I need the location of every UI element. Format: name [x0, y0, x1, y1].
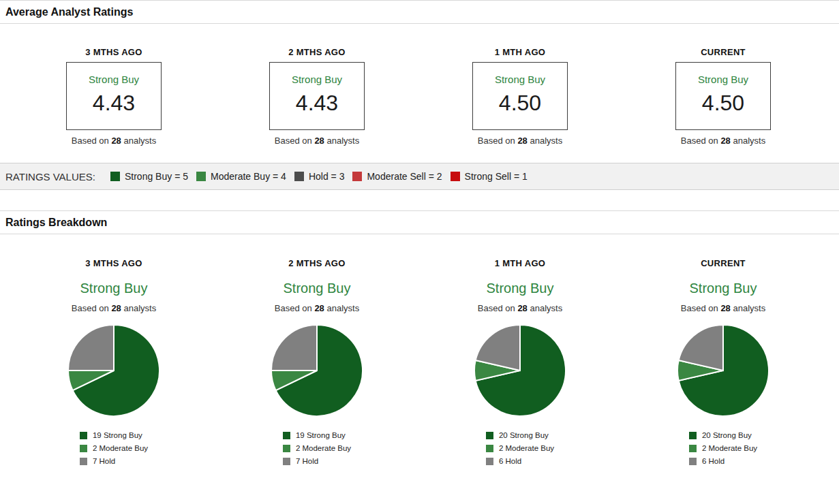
analyst-count: 28 [517, 136, 527, 146]
strong-sell-swatch [451, 172, 460, 181]
moderate-buy-swatch [689, 445, 697, 452]
rating-score-box: Strong Buy 4.50 [472, 62, 568, 130]
based-on-text: Based on 28 analysts [418, 303, 622, 314]
strong-buy-swatch [283, 432, 290, 439]
pie-legend: 20 Strong Buy 2 Moderate Buy 6 Hold [486, 431, 554, 470]
pie-legend-item-strong-buy: 19 Strong Buy [283, 431, 351, 439]
legend-item-moderate-sell: Moderate Sell = 2 [352, 171, 442, 182]
period-label: 1 MTH AGO [418, 258, 622, 269]
average-ratings-section-title: Average Analyst Ratings [0, 0, 839, 24]
moderate-buy-swatch [196, 172, 206, 181]
based-on-text: Based on 28 analysts [418, 136, 622, 146]
based-on-text: Based on 28 analysts [622, 136, 825, 146]
based-on-text: Based on 28 analysts [622, 303, 825, 314]
pie-legend-item-moderate-buy: 2 Moderate Buy [80, 444, 148, 452]
rating-text: Strong Buy [67, 74, 161, 85]
legend-item-hold: Hold = 3 [294, 171, 345, 182]
analyst-count: 28 [314, 303, 324, 313]
based-on-text: Based on 28 analysts [215, 303, 418, 314]
rating-text: Strong Buy [622, 280, 825, 296]
legend-item-strong-buy: Strong Buy = 5 [110, 171, 188, 182]
based-on-text: Based on 28 analysts [12, 136, 215, 146]
rating-value: 4.43 [67, 91, 161, 115]
analyst-count: 28 [720, 303, 730, 313]
pie-slice [68, 325, 114, 371]
moderate-buy-swatch [80, 445, 87, 452]
pie-slice [271, 325, 317, 371]
rating-value: 4.50 [473, 91, 567, 115]
breakdown-column-3mths: 3 MTHS AGO Strong Buy Based on 28 analys… [12, 258, 215, 470]
moderate-buy-swatch [283, 445, 290, 452]
moderate-sell-swatch [352, 172, 362, 181]
pie-legend-item-hold: 7 Hold [80, 457, 148, 465]
avg-column-2mths: 2 MTHS AGO Strong Buy 4.43 Based on 28 a… [215, 47, 418, 146]
breakdown-column-1mth: 1 MTH AGO Strong Buy Based on 28 analyst… [418, 258, 622, 470]
rating-value: 4.50 [676, 91, 770, 115]
legend-item-moderate-buy: Moderate Buy = 4 [196, 171, 286, 182]
hold-swatch [486, 458, 493, 465]
analyst-count: 28 [111, 303, 121, 313]
period-label: CURRENT [622, 47, 825, 58]
analyst-count: 28 [111, 136, 121, 146]
rating-value: 4.43 [270, 91, 364, 115]
rating-text: Strong Buy [473, 74, 567, 85]
rating-score-box: Strong Buy 4.43 [66, 62, 162, 130]
pie-legend-item-strong-buy: 19 Strong Buy [80, 431, 148, 439]
pie-legend-item-hold: 6 Hold [689, 457, 757, 465]
pie-legend-item-strong-buy: 20 Strong Buy [689, 431, 757, 439]
avg-column-current: CURRENT Strong Buy 4.50 Based on 28 anal… [622, 47, 825, 146]
strong-buy-swatch [80, 432, 87, 439]
hold-swatch [689, 458, 697, 465]
pie-legend: 20 Strong Buy 2 Moderate Buy 6 Hold [689, 431, 757, 470]
hold-swatch [294, 172, 304, 181]
rating-text: Strong Buy [12, 280, 215, 296]
avg-column-3mths: 3 MTHS AGO Strong Buy 4.43 Based on 28 a… [12, 47, 215, 146]
pie-chart [676, 324, 770, 418]
period-label: 1 MTH AGO [418, 47, 622, 58]
based-on-text: Based on 28 analysts [12, 303, 215, 314]
period-label: 3 MTHS AGO [12, 47, 215, 58]
pie-legend: 19 Strong Buy 2 Moderate Buy 7 Hold [283, 431, 351, 470]
ratings-values-label: RATINGS VALUES: [5, 171, 95, 183]
rating-text: Strong Buy [676, 74, 770, 85]
moderate-buy-swatch [486, 445, 493, 452]
strong-buy-swatch [110, 172, 120, 181]
breakdown-column-current: CURRENT Strong Buy Based on 28 analysts … [622, 258, 825, 470]
pie-legend-item-moderate-buy: 2 Moderate Buy [486, 444, 554, 452]
legend-item-strong-sell: Strong Sell = 1 [451, 171, 528, 182]
hold-swatch [80, 458, 87, 465]
analyst-count: 28 [314, 136, 324, 146]
breakdown-column-2mths: 2 MTHS AGO Strong Buy Based on 28 analys… [215, 258, 418, 470]
rating-score-box: Strong Buy 4.43 [269, 62, 365, 130]
period-label: CURRENT [622, 258, 825, 269]
strong-buy-swatch [486, 432, 493, 439]
pie-legend-item-hold: 6 Hold [486, 457, 554, 465]
average-ratings-row: 3 MTHS AGO Strong Buy 4.43 Based on 28 a… [12, 47, 825, 146]
pie-legend-item-strong-buy: 20 Strong Buy [486, 431, 554, 439]
pie-chart [67, 324, 161, 418]
hold-swatch [283, 458, 290, 465]
period-label: 2 MTHS AGO [215, 258, 418, 269]
avg-column-1mth: 1 MTH AGO Strong Buy 4.50 Based on 28 an… [418, 47, 622, 146]
rating-text: Strong Buy [215, 280, 418, 296]
ratings-breakdown-row: 3 MTHS AGO Strong Buy Based on 28 analys… [12, 258, 825, 470]
pie-legend-item-hold: 7 Hold [283, 457, 351, 465]
pie-legend-item-moderate-buy: 2 Moderate Buy [689, 444, 757, 452]
period-label: 2 MTHS AGO [215, 47, 418, 58]
analyst-count: 28 [517, 303, 527, 313]
pie-chart [270, 324, 364, 418]
rating-score-box: Strong Buy 4.50 [675, 62, 771, 130]
pie-legend: 19 Strong Buy 2 Moderate Buy 7 Hold [80, 431, 148, 470]
rating-text: Strong Buy [270, 74, 364, 85]
ratings-values-bar: RATINGS VALUES: Strong Buy = 5 Moderate … [0, 163, 839, 190]
based-on-text: Based on 28 analysts [215, 136, 418, 146]
ratings-breakdown-section-title: Ratings Breakdown [0, 210, 839, 234]
strong-buy-swatch [689, 432, 697, 439]
period-label: 3 MTHS AGO [12, 258, 215, 269]
pie-legend-item-moderate-buy: 2 Moderate Buy [283, 444, 351, 452]
rating-text: Strong Buy [418, 280, 622, 296]
pie-chart [473, 324, 567, 418]
analyst-count: 28 [720, 136, 730, 146]
